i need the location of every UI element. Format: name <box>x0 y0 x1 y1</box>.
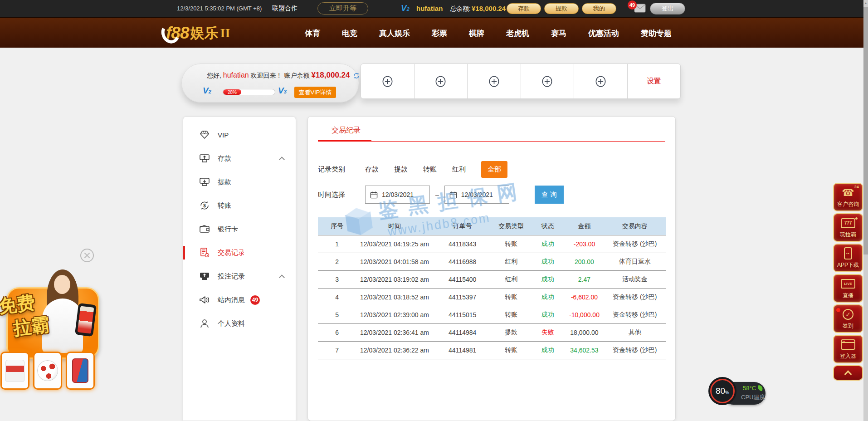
record-type-filter: 记录类别 存款 提款 转账 红利 全部 <box>318 160 507 178</box>
date-to-input[interactable]: 12/03/2021 <box>444 186 509 204</box>
account-balance-label: 账户余额 <box>284 72 310 79</box>
promo-close-icon[interactable] <box>80 249 94 262</box>
mail-icon[interactable]: 49 <box>634 4 646 13</box>
user-info-panel: 您好, hufatian 欢迎回来！ 账户余额 ¥18,000.24 V2 28… <box>181 64 359 103</box>
sidebar-item-transaction-records[interactable]: 交易记录 <box>183 241 296 264</box>
site-logo[interactable]: f88 娱乐 II <box>161 21 230 45</box>
sidebar-item-betting-records[interactable]: 投注记录 <box>183 264 296 288</box>
sidebar-item-transfer[interactable]: $ 转账 <box>183 194 296 217</box>
filter-withdraw[interactable]: 提款 <box>394 165 408 174</box>
table-row: 5 12/03/2021 02:39:00 am 44115015 转账 成功 … <box>318 306 666 324</box>
quick-add-slot-4[interactable] <box>521 64 574 98</box>
cell-amount: -203.00 <box>565 240 603 248</box>
cpu-usage-unit: % <box>725 390 729 395</box>
person-icon <box>199 318 210 329</box>
withdraw-button[interactable]: 提款 <box>544 3 579 14</box>
total-balance-value: ¥18,000.24 <box>472 5 506 12</box>
nav-item-slots[interactable]: 老虎机 <box>495 28 540 39</box>
filter-label: 记录类别 <box>318 165 345 174</box>
live-stream-button[interactable]: LIVE 直播 <box>833 274 863 303</box>
nav-item-live-casino[interactable]: 真人娱乐 <box>368 28 421 39</box>
upgrade-button[interactable]: 立即升等 <box>317 2 368 15</box>
sidebar-item-bank-card[interactable]: 银行卡 <box>183 217 296 241</box>
cell-content: 体育日返水 <box>604 258 666 266</box>
wallet-icon <box>199 223 210 235</box>
column-header: 交易类型 <box>492 222 530 230</box>
sidebar-item-label: 站内消息 <box>218 296 245 304</box>
nav-item-sponsorship[interactable]: 赞助专题 <box>630 28 683 39</box>
filter-bonus[interactable]: 红利 <box>452 165 466 174</box>
cell-order: 44116988 <box>433 258 492 265</box>
transaction-record-icon <box>199 247 210 259</box>
nav-item-sports[interactable]: 体育 <box>294 28 331 39</box>
greeting-username: hufatian <box>223 71 249 79</box>
nav-item-esports[interactable]: 电竞 <box>331 28 368 39</box>
settings-button[interactable]: 设置 <box>627 64 681 98</box>
sidebar-item-deposit[interactable]: 存款 <box>183 147 296 170</box>
topbar-username: hufatian <box>416 5 443 12</box>
chevron-up-icon[interactable] <box>279 157 285 162</box>
mine-button[interactable]: 我的 <box>582 3 616 14</box>
nav-item-horse-racing[interactable]: 赛马 <box>540 28 577 39</box>
date-to-value: 12/03/2021 <box>461 191 493 198</box>
nav-item-lottery[interactable]: 彩票 <box>421 28 458 39</box>
collapse-toolbar-button[interactable] <box>833 365 863 381</box>
cell-content: 活动奖金 <box>604 275 666 284</box>
quick-add-slot-2[interactable] <box>414 64 468 98</box>
date-from-input[interactable]: 12/03/2021 <box>365 186 430 204</box>
cell-status: 失败 <box>530 328 565 337</box>
withdraw-machine-icon <box>199 176 210 188</box>
promo-banner[interactable]: 免费 拉霸 <box>0 265 107 397</box>
refresh-account-balance-icon[interactable] <box>353 73 360 79</box>
app-download-button[interactable]: ▪▪ APP下载 <box>833 244 863 272</box>
filter-deposit[interactable]: 存款 <box>365 165 379 174</box>
prize-ball-thumbnail[interactable] <box>33 352 62 390</box>
promo-headline: 免费 拉霸 <box>0 289 51 342</box>
message-count-badge: 49 <box>250 295 260 305</box>
customer-service-button[interactable]: ☎24 客户咨询 <box>833 183 863 211</box>
sidebar-item-site-messages[interactable]: 站内消息 49 <box>183 288 296 312</box>
nav-item-promotions[interactable]: 优惠活动 <box>577 28 630 39</box>
scrollbar-thumb[interactable] <box>863 7 868 255</box>
vip-detail-button[interactable]: 查看VIP详情 <box>294 87 336 98</box>
sidebar-item-profile[interactable]: 个人资料 <box>183 312 296 335</box>
column-header: 时间 <box>356 222 433 230</box>
cell-amount: 34,602.53 <box>565 347 603 354</box>
quick-add-slot-3[interactable] <box>467 64 521 98</box>
sidebar-item-withdraw[interactable]: 提款 <box>183 170 296 194</box>
greeting-prefix: 您好, <box>207 72 221 79</box>
sidebar-item-vip[interactable]: VIP <box>183 123 296 147</box>
prize-jersey-thumbnail[interactable] <box>0 352 29 390</box>
promo-prizes <box>0 352 95 390</box>
logo-name: 娱乐 <box>190 24 218 43</box>
deposit-machine-icon <box>199 152 210 164</box>
launcher-button[interactable]: ••• 登入器 <box>833 335 863 363</box>
cell-time: 12/03/2021 03:19:02 am <box>356 276 433 283</box>
scroll-up-arrow[interactable]: ▲ <box>863 0 868 6</box>
tab-transaction-records[interactable]: 交易纪录 <box>332 126 361 135</box>
cell-no: 5 <box>318 311 356 318</box>
quick-actions-panel: 设置 <box>361 64 681 99</box>
cell-type: 转账 <box>492 311 530 319</box>
deposit-button[interactable]: 存款 <box>507 3 541 14</box>
nav-item-board-games[interactable]: 棋牌 <box>458 28 495 39</box>
filter-transfer[interactable]: 转账 <box>423 165 437 174</box>
page-scrollbar[interactable]: ▲ <box>863 0 868 421</box>
plus-circle-icon <box>434 75 447 88</box>
notification-dot <box>836 308 840 312</box>
check-in-button[interactable]: ✓ 签到 <box>833 304 863 333</box>
cell-status: 成功 <box>530 311 565 319</box>
prize-phone-thumbnail[interactable] <box>66 352 95 390</box>
cell-time: 12/03/2021 02:36:41 am <box>356 329 433 336</box>
filter-all[interactable]: 全部 <box>481 161 507 178</box>
cell-no: 6 <box>318 329 356 336</box>
alliance-link[interactable]: 联盟合作 <box>272 5 297 13</box>
play-slots-button[interactable]: 777 玩拉霸 <box>833 213 863 242</box>
search-button[interactable]: 查 询 <box>535 186 564 204</box>
quick-add-slot-5[interactable] <box>574 64 627 98</box>
cell-order: 44118343 <box>433 240 492 248</box>
quick-add-slot-1[interactable] <box>361 64 414 98</box>
logout-button[interactable]: 登出 <box>650 3 685 15</box>
transactions-table: 序号 时间 订单号 交易类型 状态 金额 交易内容 1 12/03/2021 0… <box>318 217 666 359</box>
chevron-up-icon[interactable] <box>279 274 285 280</box>
